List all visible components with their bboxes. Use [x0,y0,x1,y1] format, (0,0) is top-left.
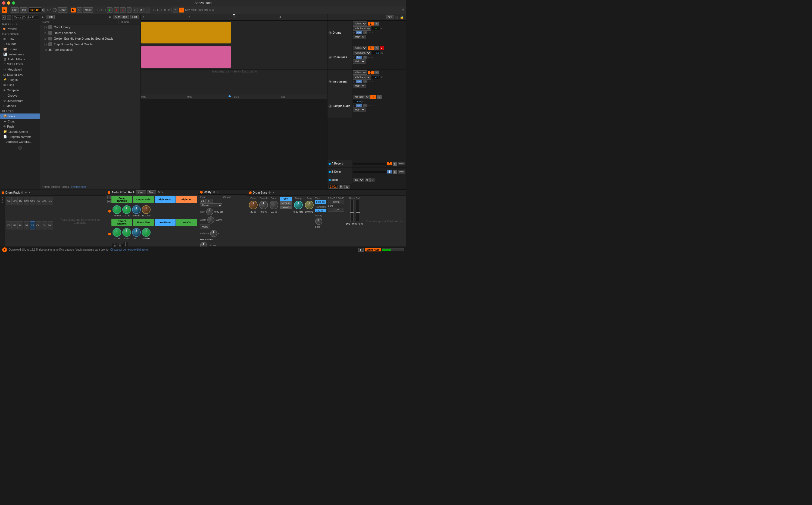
return-name-a[interactable]: A Reverb [328,160,352,168]
expand-sample[interactable]: ◉ [329,105,332,108]
input-select-sample[interactable]: No Input [353,95,370,99]
rand-btn[interactable]: Rand [136,190,146,194]
minimize-mixer-icon[interactable]: □ [395,15,398,19]
chain-reverb-drywet[interactable]: Reverb Dry/Wet [111,219,132,226]
sidebar-item-modelli[interactable]: □ Modelli [0,104,40,108]
medium-button[interactable]: Medium [280,201,292,205]
h-button[interactable]: H [339,185,343,189]
eq-icon[interactable]: ≡ [173,8,178,12]
pad-c2[interactable]: C2 [6,197,12,205]
key-scale[interactable]: Major [83,7,93,13]
pad-b1[interactable]: B1 [47,197,53,205]
sidebar-item-preferiti[interactable]: Preferiti [0,26,40,31]
comp-button[interactable]: Comp [328,200,344,204]
nav-forward[interactable]: › [7,15,11,20]
bass-mono-knob[interactable] [200,242,207,246]
expand-drum-rack[interactable]: ◉ [329,56,332,59]
set-button[interactable]: Set [386,15,394,19]
crunch-knob[interactable] [259,201,268,209]
chain-comp-threshld[interactable]: Comp Threshld [111,196,132,203]
drum-side-btn2[interactable]: R [2,199,3,201]
edit-button[interactable]: Edit [130,15,139,19]
footer-play[interactable]: ▶ [358,248,364,252]
auto-drums[interactable]: Auto [356,31,362,34]
pad-f1[interactable]: F1 [12,221,18,229]
search-bar[interactable]: Cerca (Cmd + F) [12,15,38,20]
sidebar-item-clips[interactable]: ▦ Clips [0,82,40,88]
link-button[interactable]: Link [11,7,19,13]
pad-ds2[interactable]: D#2 [24,197,29,205]
sidebar-item-sounds[interactable]: ♪ Sounds [0,41,40,46]
sidebar-item-groove[interactable]: 〉 Groove [0,93,40,98]
master-name[interactable]: Main [328,176,352,184]
boom-knob[interactable] [269,201,278,209]
zoom-rate[interactable]: 1.00x [329,185,338,189]
hamburger-icon[interactable]: ≡ [402,8,404,12]
rack-plus[interactable]: + [107,196,111,199]
sidebar-item-max-for-live[interactable]: M Max for Live [0,72,40,77]
power-dot[interactable] [108,210,111,213]
mono-button[interactable]: Mono [200,224,210,229]
rack-minus[interactable]: − [107,200,111,203]
close-btn[interactable] [2,1,5,5]
sidebar-item-aggiungi[interactable]: + Aggiungi Cartella... [0,139,40,144]
chain-low-cut[interactable]: Low Cut [176,219,197,226]
pad-d2[interactable]: D2 [18,197,24,205]
key-root[interactable]: C [77,7,82,13]
knob-high-cut-ctrl[interactable] [142,205,150,214]
return-post-b[interactable]: Post [398,170,405,173]
track-name-drum-rack[interactable]: ◉ Drum Rack [328,45,352,69]
chain-output-gain[interactable]: Output Gain [133,196,154,203]
track-name-sample[interactable]: ◉ Sample audio [328,94,352,118]
loop-btn[interactable]: ↩ [133,8,137,12]
metronome-btn[interactable]: ♩ [144,8,149,12]
sidebar-item-midi-effects[interactable]: ♫ MIDI Effects [0,62,40,66]
input-select-drum-rack[interactable]: All Ins [353,46,367,50]
return-name-b[interactable]: B Delay [328,168,352,176]
knob-reverb-drywet-ctrl[interactable] [113,228,121,237]
sidebar-item-push[interactable]: ⊙ Push [0,124,40,129]
knob-low-cut-ctrl[interactable] [142,228,150,237]
go-button[interactable]: GO+ [328,208,344,211]
pad-gs1[interactable]: G#1 [30,197,35,205]
pad-a1[interactable]: A1 [35,197,41,205]
input-select-instrument[interactable]: All Ins [353,70,367,75]
browser-item-4[interactable]: ⊙ 38 Pack disponibili [40,47,140,52]
ableton-logo[interactable]: ▶ [2,7,7,13]
add-btn[interactable]: + [127,7,131,13]
info-circle[interactable]: i [0,144,40,151]
channel-select-drum-rack[interactable]: All Chann [353,51,371,55]
drum-side-btn1[interactable]: S [2,196,3,199]
pad-cs1[interactable]: C#1 [35,221,41,229]
chain-high-cut[interactable]: High Cut [176,196,197,203]
drive-knob[interactable] [249,201,258,209]
sidebar-item-campioni[interactable]: ◈ Campioni [0,88,40,93]
sidebar-item-audio-effects[interactable]: 🎛 Audio Effects [0,57,40,62]
knob-output-gain-ctrl[interactable] [122,205,131,214]
channel-select-drums[interactable]: All Chann [353,26,371,31]
bass-fader-thumb[interactable] [350,212,354,213]
decay-knob[interactable] [315,218,322,225]
sidebar-item-accordature[interactable]: ⚙ Accordature [0,98,40,104]
minimize-btn[interactable] [7,1,10,5]
track-sample-content[interactable]: Trascina qui i File e i Dispositivi [141,69,327,94]
pad-cs2[interactable]: C#2 [12,197,18,205]
lock-mixer-icon[interactable]: 🔒 [399,15,404,19]
solo-drum-rack[interactable]: S [374,46,379,50]
utility-close[interactable]: ✕ [216,190,219,194]
sidebar-item-libreria[interactable]: 📁 Libreria Utente [0,129,40,134]
soft-button[interactable]: Soft [280,197,292,201]
track-instrument-content[interactable] [141,45,327,69]
hard-button[interactable]: Hard [280,205,292,209]
map-btn[interactable]: Map [147,190,156,194]
pad-e1[interactable]: E1 [6,221,12,229]
return-solo-a[interactable]: S [393,162,397,166]
clip-instrument-1[interactable] [141,46,231,68]
sidebar-item-pack[interactable]: 📦 Pack [0,114,40,119]
auto-sample[interactable]: Auto [356,104,362,107]
gain-knob[interactable] [206,208,213,215]
main-select-drums[interactable]: Main [353,35,365,39]
filtri-button[interactable]: Filtri [46,15,54,19]
undo-btn[interactable]: ↺ [139,8,143,12]
right-phase[interactable]: ⌀ R [207,199,213,203]
